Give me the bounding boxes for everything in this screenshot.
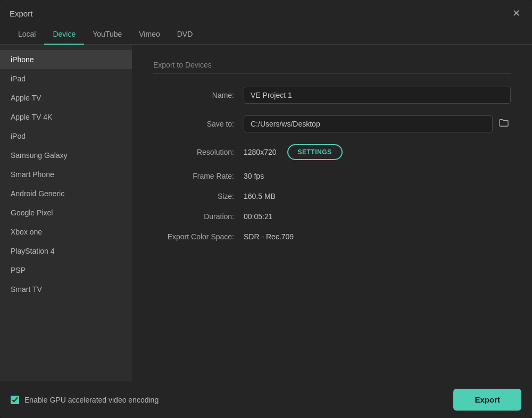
- tab-dvd[interactable]: DVD: [169, 24, 202, 45]
- duration-row: Duration: 00:05:21: [153, 212, 511, 221]
- size-row: Size: 160.5 MB: [153, 192, 511, 200]
- device-sidebar: iPhone iPad Apple TV Apple TV 4K iPod Sa…: [0, 45, 132, 381]
- sidebar-item-playstation-4[interactable]: PlayStation 4: [0, 241, 132, 261]
- color-space-label: Export Color Space:: [153, 232, 244, 241]
- tab-bar: Local Device YouTube Vimeo DVD: [0, 24, 532, 45]
- tab-local[interactable]: Local: [10, 24, 44, 45]
- sidebar-item-psp[interactable]: PSP: [0, 261, 132, 280]
- window-title: Export: [10, 9, 32, 18]
- duration-label: Duration:: [153, 212, 244, 221]
- export-button[interactable]: Export: [453, 389, 521, 411]
- section-title: Export to Devices: [153, 61, 511, 74]
- main-area: iPhone iPad Apple TV Apple TV 4K iPod Sa…: [0, 45, 532, 381]
- duration-value: 00:05:21: [244, 212, 273, 221]
- resolution-row: Resolution: 1280x720 SETTINGS: [153, 144, 511, 160]
- frame-rate-row: Frame Rate: 30 fps: [153, 172, 511, 180]
- sidebar-item-google-pixel[interactable]: Google Pixel: [0, 203, 132, 222]
- name-input[interactable]: [244, 87, 511, 104]
- sidebar-item-xbox-one[interactable]: Xbox one: [0, 222, 132, 241]
- export-content: Export to Devices Name: Save to:: [132, 45, 532, 381]
- sidebar-item-android-generic[interactable]: Android Generic: [0, 184, 132, 203]
- gpu-checkbox[interactable]: [11, 396, 19, 404]
- tab-device[interactable]: Device: [44, 24, 84, 45]
- gpu-encoding-option: Enable GPU accelerated video encoding: [11, 396, 159, 404]
- gpu-label: Enable GPU accelerated video encoding: [24, 396, 159, 404]
- sidebar-item-smart-tv[interactable]: Smart TV: [0, 280, 132, 299]
- settings-button[interactable]: SETTINGS: [287, 144, 343, 160]
- color-space-value: SDR - Rec.709: [244, 232, 294, 241]
- save-to-label: Save to:: [153, 120, 244, 128]
- color-space-row: Export Color Space: SDR - Rec.709: [153, 232, 511, 241]
- sidebar-item-apple-tv-4k[interactable]: Apple TV 4K: [0, 107, 132, 127]
- name-row: Name:: [153, 87, 511, 104]
- sidebar-item-ipod[interactable]: iPod: [0, 127, 132, 146]
- size-label: Size:: [153, 192, 244, 200]
- export-window: Export ✕ Local Device YouTube Vimeo DVD …: [0, 0, 532, 418]
- tab-youtube[interactable]: YouTube: [84, 24, 130, 45]
- tab-vimeo[interactable]: Vimeo: [130, 24, 168, 45]
- folder-browse-button[interactable]: [497, 116, 511, 131]
- sidebar-item-smart-phone[interactable]: Smart Phone: [0, 165, 132, 184]
- folder-icon: [499, 119, 509, 127]
- resolution-value: 1280x720: [244, 148, 277, 156]
- sidebar-item-iphone[interactable]: iPhone: [0, 50, 132, 69]
- name-label: Name:: [153, 91, 244, 99]
- close-button[interactable]: ✕: [510, 7, 522, 19]
- save-to-field: [244, 115, 511, 132]
- sidebar-item-samsung-galaxy[interactable]: Samsung Galaxy: [0, 146, 132, 165]
- save-to-input[interactable]: [244, 115, 493, 132]
- frame-rate-label: Frame Rate:: [153, 172, 244, 180]
- save-to-row: Save to:: [153, 115, 511, 132]
- sidebar-item-apple-tv[interactable]: Apple TV: [0, 88, 132, 107]
- frame-rate-value: 30 fps: [244, 172, 264, 180]
- title-bar: Export ✕: [0, 0, 532, 24]
- size-value: 160.5 MB: [244, 192, 276, 200]
- resolution-label: Resolution:: [153, 148, 244, 156]
- footer: Enable GPU accelerated video encoding Ex…: [0, 381, 532, 418]
- sidebar-item-ipad[interactable]: iPad: [0, 69, 132, 88]
- resolution-content: 1280x720 SETTINGS: [244, 144, 343, 160]
